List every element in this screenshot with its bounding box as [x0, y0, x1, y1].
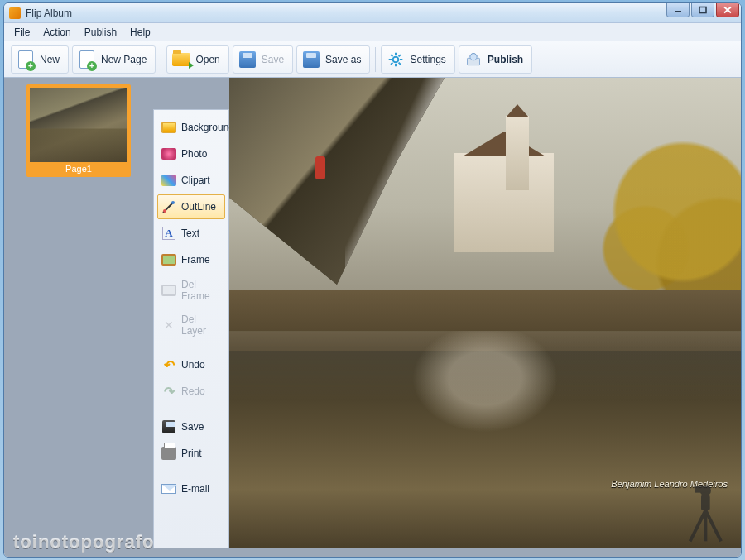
rail-photo-button[interactable]: Photo	[157, 141, 225, 166]
text-icon: A	[161, 226, 176, 241]
window-controls	[666, 2, 739, 17]
settings-button[interactable]: Settings	[381, 45, 454, 74]
rail-save-label: Save	[181, 421, 204, 433]
title-bar: Flip Album	[4, 3, 741, 23]
rail-outline-button[interactable]: OutLine	[157, 194, 225, 219]
canvas-area: Background Photo Clipart OutLine A Text	[153, 78, 741, 557]
window-title: Flip Album	[26, 7, 72, 19]
rail-frame-label: Frame	[181, 254, 210, 266]
rail-del-layer-label: Del Layer	[181, 314, 221, 337]
svg-line-9	[392, 55, 393, 56]
rail-redo-label: Redo	[181, 385, 205, 397]
tool-rail: Background Photo Clipart OutLine A Text	[153, 109, 229, 548]
del-frame-icon	[161, 283, 176, 298]
rail-background-button[interactable]: Background	[157, 115, 225, 140]
rail-separator	[157, 471, 225, 471]
background-icon	[161, 120, 176, 135]
save-as-disk-icon	[302, 50, 320, 69]
rail-separator	[157, 347, 225, 347]
svg-point-4	[393, 56, 399, 62]
new-page-icon: +	[78, 50, 96, 69]
outline-icon	[161, 199, 176, 214]
printer-icon	[161, 446, 176, 461]
rail-background-label: Background	[181, 122, 234, 133]
svg-line-12	[399, 55, 401, 56]
svg-line-20	[705, 510, 721, 541]
open-label: Open	[195, 54, 219, 65]
rail-undo-button[interactable]: ↶ Undo	[157, 352, 225, 377]
save-disk-icon	[238, 50, 257, 69]
save-label: Save	[262, 54, 284, 65]
rail-clipart-button[interactable]: Clipart	[157, 168, 225, 193]
minimize-button[interactable]	[666, 2, 690, 17]
svg-point-16	[171, 201, 175, 204]
gear-icon	[387, 50, 405, 69]
rail-text-button[interactable]: A Text	[157, 221, 225, 246]
svg-rect-18	[701, 495, 710, 510]
svg-rect-1	[699, 7, 706, 13]
svg-line-10	[399, 62, 401, 64]
page-thumbnail[interactable]: Page1	[26, 84, 131, 177]
toolbar: + New + New Page Open Save Save as Setti…	[4, 41, 741, 78]
redo-icon: ↷	[161, 384, 176, 399]
save-disk-icon	[161, 419, 176, 434]
rail-clipart-label: Clipart	[181, 175, 210, 186]
rail-print-button[interactable]: Print	[157, 441, 225, 466]
app-icon	[9, 7, 21, 19]
watermark-text: toinotopografo	[13, 532, 154, 553]
settings-label: Settings	[410, 54, 445, 65]
save-as-label: Save as	[325, 54, 361, 65]
save-button[interactable]: Save	[233, 45, 293, 74]
toolbar-separator	[375, 47, 376, 72]
thumbnail-label: Page1	[30, 162, 127, 175]
photo-scene: Benjamim Leandro Medeiros	[229, 78, 741, 548]
new-icon: +	[17, 50, 35, 69]
thumbnail-image	[30, 88, 127, 162]
svg-rect-22	[695, 486, 705, 493]
rail-redo-button[interactable]: ↷ Redo	[157, 379, 225, 404]
publish-label: Publish	[488, 54, 523, 65]
rail-frame-button[interactable]: Frame	[157, 247, 225, 272]
rail-email-label: E-mail	[181, 483, 209, 495]
clipart-icon	[161, 173, 176, 188]
new-page-label: New Page	[101, 54, 147, 65]
menu-help[interactable]: Help	[123, 24, 157, 41]
undo-icon: ↶	[161, 357, 176, 372]
toolbar-separator	[161, 47, 161, 72]
new-page-button[interactable]: + New Page	[72, 45, 156, 74]
new-button[interactable]: + New	[11, 45, 69, 74]
menu-action[interactable]: Action	[36, 24, 77, 41]
rail-del-frame-label: Del Frame	[181, 279, 221, 302]
frame-icon	[161, 252, 176, 267]
svg-line-19	[690, 510, 706, 541]
publish-button[interactable]: Publish	[459, 45, 532, 74]
svg-line-11	[392, 62, 393, 64]
menu-publish[interactable]: Publish	[78, 24, 123, 41]
rail-print-label: Print	[181, 448, 202, 459]
save-as-button[interactable]: Save as	[296, 45, 370, 74]
publish-icon	[464, 50, 483, 69]
photo-icon	[161, 146, 176, 161]
rail-text-label: Text	[181, 227, 199, 239]
maximize-button[interactable]	[691, 2, 714, 17]
rail-photo-label: Photo	[181, 148, 207, 160]
rail-outline-label: OutLine	[181, 201, 216, 213]
menu-bar: File Action Publish Help	[4, 23, 741, 41]
canvas-image[interactable]: Benjamim Leandro Medeiros	[229, 78, 741, 548]
application-window: Flip Album File Action Publish Help + Ne…	[3, 2, 742, 558]
rail-del-frame-button[interactable]: Del Frame	[157, 274, 225, 307]
workspace: Page1 Background Photo Clipart	[4, 78, 741, 557]
rail-del-layer-button[interactable]: ✕ Del Layer	[157, 309, 225, 342]
rail-separator	[157, 409, 225, 409]
menu-file[interactable]: File	[7, 24, 36, 41]
email-icon	[161, 481, 176, 496]
open-button[interactable]: Open	[166, 45, 228, 74]
thumbnail-panel: Page1	[4, 78, 153, 557]
rail-undo-label: Undo	[181, 359, 205, 371]
rail-email-button[interactable]: E-mail	[157, 476, 225, 501]
del-layer-icon: ✕	[161, 318, 176, 333]
close-button[interactable]	[716, 2, 739, 17]
new-label: New	[40, 54, 60, 65]
svg-point-15	[163, 209, 166, 213]
rail-save-button[interactable]: Save	[157, 414, 225, 439]
